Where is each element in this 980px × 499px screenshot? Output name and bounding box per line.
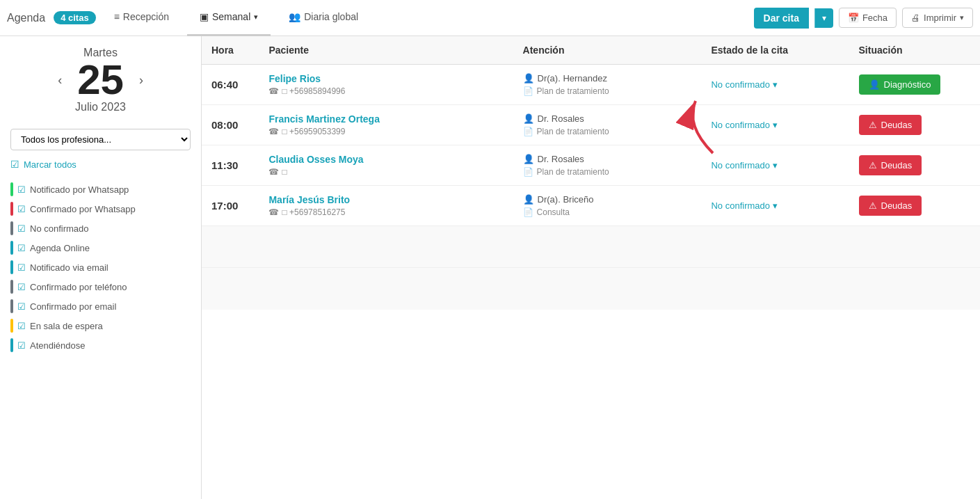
legend-dot-6 [10, 299, 13, 313]
empty-row-0 [202, 226, 980, 268]
phone-icon-2: ☎ [268, 167, 279, 177]
marcar-todos-link[interactable]: ☑ Marcar todos [10, 159, 191, 170]
doc-icon-1: 📄 [523, 127, 533, 136]
legend-item-5[interactable]: ☑ Confirmado por teléfono [10, 277, 191, 296]
sidebar: Martes ‹ 25 › Julio 2023 Todos los profe… [0, 36, 202, 499]
top-bar: Agenda 4 citas ≡ Recepción ▣ Semanal ▾ 👥… [0, 0, 980, 36]
patient-name-2[interactable]: Claudia Osses Moya [268, 154, 503, 165]
status-dropdown-3[interactable]: No confirmado ▾ [711, 200, 839, 211]
legend-check-8: ☑ [17, 340, 26, 351]
legend-item-1[interactable]: ☑ Confirmado por Whatsapp [10, 199, 191, 219]
semanal-icon: ▣ [200, 11, 209, 22]
phone-number-2: □ [282, 167, 287, 177]
legend-item-3[interactable]: ☑ Agenda Online [10, 238, 191, 258]
doctor-name-2: Dr. Rosales [538, 154, 584, 164]
diagnostico-label-0: Diagnóstico [884, 79, 931, 90]
status-arrow-1: ▾ [773, 120, 778, 130]
legend-check-5: ☑ [17, 282, 26, 292]
diagnostico-icon-0: 👤 [869, 79, 880, 90]
legend-list: ☑ Notificado por Whatsapp ☑ Confirmado p… [10, 180, 191, 355]
patient-phone-0: ☎ □ +56985894996 [268, 86, 503, 96]
patient-name-3[interactable]: María Jesús Brito [268, 194, 503, 205]
status-label-0: No confirmado [711, 79, 770, 90]
top-bar-left: Agenda 4 citas ≡ Recepción ▣ Semanal ▾ 👥… [7, 0, 751, 36]
status-dropdown-2[interactable]: No confirmado ▾ [711, 160, 839, 171]
diaria-global-icon: 👥 [289, 11, 300, 22]
attention-cell-1: 👤 Dr. Rosales 📄 Plan de tratamiento [513, 105, 702, 145]
deuda-label-2: Deudas [881, 160, 913, 171]
imprimir-dropdown-icon: ▾ [960, 13, 964, 22]
legend-label-7: En sala de espera [30, 321, 103, 331]
dar-cita-dropdown-button[interactable]: ▾ [814, 8, 833, 28]
tab-diaria-global-label: Diaria global [304, 11, 358, 22]
legend-dot-2 [10, 221, 13, 235]
legend-item-8[interactable]: ☑ Atendiéndose [10, 335, 191, 355]
patient-phone-2: ☎ □ [268, 167, 503, 177]
imprimir-button[interactable]: 🖨 Imprimir ▾ [902, 8, 973, 28]
semanal-dropdown-icon: ▾ [254, 13, 258, 22]
legend-label-6: Confirmado por email [30, 301, 116, 312]
deuda-button-2[interactable]: ⚠ Deudas [859, 155, 922, 175]
check-all-icon: ☑ [10, 159, 19, 170]
legend-dot-8 [10, 338, 13, 352]
legend-check-6: ☑ [17, 301, 26, 312]
patient-cell-3: María Jesús Brito ☎ □ +56978516275 [259, 186, 513, 226]
date-nav: ‹ 25 › [10, 59, 191, 101]
status-arrow-3: ▾ [773, 200, 778, 211]
citas-badge: 4 citas [54, 11, 95, 24]
situacion-cell-1: ⚠ Deudas [849, 105, 981, 145]
tab-diaria-global[interactable]: 👥 Diaria global [276, 0, 371, 36]
prev-day-button[interactable]: ‹ [54, 72, 66, 89]
patient-name-0[interactable]: Felipe Rios [268, 73, 503, 84]
header-situacion: Situación [849, 36, 981, 65]
diagnostico-button-0[interactable]: 👤 Diagnóstico [859, 74, 941, 95]
doctor-0: 👤 Dr(a). Hernandez [523, 73, 692, 84]
main-layout: Martes ‹ 25 › Julio 2023 Todos los profe… [0, 36, 980, 499]
appointments-table: Hora Paciente Atención Estado de la cita… [202, 36, 980, 310]
legend-label-2: No confirmado [30, 223, 89, 234]
legend-label-4: Notificado via email [30, 262, 109, 273]
legend-item-6[interactable]: ☑ Confirmado por email [10, 296, 191, 316]
legend-label-3: Agenda Online [30, 243, 90, 253]
table-row: 08:00 Francis Martinez Ortega ☎ □ +56959… [202, 105, 980, 145]
calendar-icon: 📅 [848, 13, 859, 23]
deuda-button-1[interactable]: ⚠ Deudas [859, 115, 922, 135]
fecha-label: Fecha [862, 13, 887, 23]
marcar-todos-label: Marcar todos [24, 159, 77, 170]
phone-icon-0: ☎ [268, 86, 279, 96]
legend-check-7: ☑ [17, 321, 26, 331]
doctor-icon-0: 👤 [523, 73, 534, 84]
status-dropdown-1[interactable]: No confirmado ▾ [711, 120, 839, 130]
legend-item-2[interactable]: ☑ No confirmado [10, 219, 191, 238]
patient-cell-2: Claudia Osses Moya ☎ □ [259, 145, 513, 186]
patient-name-1[interactable]: Francis Martinez Ortega [268, 113, 503, 125]
doc-icon-2: 📄 [523, 167, 533, 177]
legend-label-0: Notificado por Whatsapp [30, 184, 129, 195]
deuda-button-3[interactable]: ⚠ Deudas [859, 196, 922, 216]
content-area: Hora Paciente Atención Estado de la cita… [202, 36, 980, 499]
status-dropdown-0[interactable]: No confirmado ▾ [711, 79, 839, 90]
tab-semanal[interactable]: ▣ Semanal ▾ [187, 0, 271, 36]
profesional-select[interactable]: Todos los profesiona... [10, 129, 191, 150]
attention-type-0: 📄 Plan de tratamiento [523, 86, 692, 96]
attention-type-2: 📄 Plan de tratamiento [523, 167, 692, 177]
doctor-icon-1: 👤 [523, 113, 534, 124]
table-row: 17:00 María Jesús Brito ☎ □ +56978516275… [202, 186, 980, 226]
fecha-button[interactable]: 📅 Fecha [839, 8, 897, 28]
legend-dot-3 [10, 241, 13, 255]
legend-item-7[interactable]: ☑ En sala de espera [10, 316, 191, 335]
tab-recepcion[interactable]: ≡ Recepción [102, 0, 182, 36]
tab-recepcion-label: Recepción [123, 11, 169, 22]
legend-item-0[interactable]: ☑ Notificado por Whatsapp [10, 180, 191, 199]
legend-item-4[interactable]: ☑ Notificado via email [10, 258, 191, 277]
next-day-button[interactable]: › [135, 72, 147, 89]
legend-dot-5 [10, 280, 13, 294]
warning-icon-2: ⚠ [869, 160, 877, 171]
time-1: 08:00 [202, 105, 259, 145]
warning-icon-1: ⚠ [869, 120, 877, 130]
phone-number-3: □ +56978516275 [282, 207, 345, 217]
phone-number-1: □ +56959053399 [282, 127, 345, 136]
patient-cell-1: Francis Martinez Ortega ☎ □ +56959053399 [259, 105, 513, 145]
dar-cita-button[interactable]: Dar cita [754, 8, 809, 29]
doctor-2: 👤 Dr. Rosales [523, 154, 692, 164]
